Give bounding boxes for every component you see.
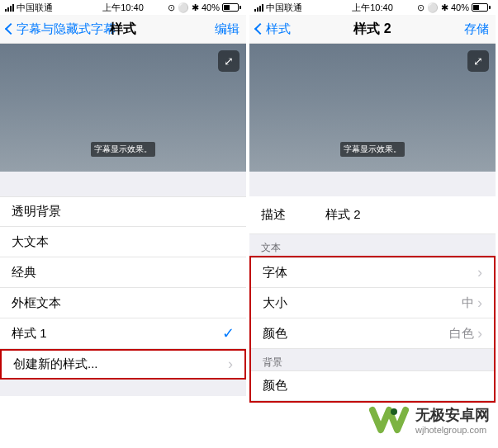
spacer [249,172,496,196]
signal-icon [5,4,14,12]
caption-sample: 字幕显示效果。 [91,142,155,157]
watermark-title: 无极安卓网 [415,405,490,425]
chevron-left-icon [5,23,17,35]
chevron-right-icon: › [477,264,482,281]
status-bar: 中国联通 上午10:40 ⊙ ⚪ ✱ 40% [0,0,246,15]
chevron-left-icon [254,23,266,35]
style-row-outline[interactable]: 外框文本 [0,288,246,318]
rotation-lock-icon: ✱ [192,2,199,13]
caption-preview: ⤢ 字幕显示效果。 [0,44,246,172]
watermark-url: wjhotelgroup.com [415,425,490,435]
alarm-icon: ⊙ [168,2,175,13]
expand-button[interactable]: ⤢ [218,50,240,72]
screen-style-detail: 中国联通 上午10:40 ⊙ ⚪ ✱ 40% 样式 样式 2 存储 ⤢ 字幕显示… [249,0,496,403]
carrier-label: 中国联通 [266,2,302,14]
expand-icon: ⤢ [224,54,234,68]
back-button[interactable]: 样式 [256,21,291,37]
save-button[interactable]: 存储 [464,21,489,37]
background-settings-group: 颜色 [249,370,496,403]
status-time: 上午10:40 [102,2,144,14]
edit-button[interactable]: 编辑 [215,21,240,37]
style-list: 透明背景 大文本 经典 外框文本 样式 1✓ 创建新的样式...› [0,196,246,380]
style-row-transparent[interactable]: 透明背景 [0,196,246,227]
chevron-right-icon: › [228,356,233,373]
bluetooth-icon: ⚪ [427,2,439,13]
section-header-text: 文本 [249,234,496,256]
nav-title: 样式 [110,21,136,38]
caption-preview: ⤢ 字幕显示效果。 [249,44,496,172]
checkmark-icon: ✓ [222,324,235,342]
create-new-style-row[interactable]: 创建新的样式...› [0,349,246,380]
battery-icon [222,3,241,12]
battery-pct: 40% [451,2,469,12]
caption-sample: 字幕显示效果。 [340,142,405,157]
chevron-right-icon: › [477,295,482,312]
nav-bar: 样式 样式 2 存储 [249,15,496,44]
alarm-icon: ⊙ [417,2,424,13]
watermark: 无极安卓网 wjhotelgroup.com [369,400,490,440]
expand-icon: ⤢ [473,54,483,68]
style-row-large-text[interactable]: 大文本 [0,227,246,257]
size-row[interactable]: 大小中› [251,288,494,318]
screen-styles-list: 中国联通 上午10:40 ⊙ ⚪ ✱ 40% 字幕与隐藏式字幕 样式 编辑 ⤢ … [0,0,246,403]
bg-color-row[interactable]: 颜色 [251,370,494,401]
text-settings-group: 字体› 大小中› 颜色白色› [249,256,496,349]
spacer [0,172,246,196]
style-row-classic[interactable]: 经典 [0,257,246,288]
back-label: 样式 [266,21,291,37]
signal-icon [254,4,263,12]
bluetooth-icon: ⚪ [178,2,189,13]
status-time: 上午10:40 [352,2,393,14]
nav-title: 样式 2 [353,21,391,38]
watermark-logo-icon [369,400,409,440]
battery-pct: 40% [202,2,220,12]
text-color-row[interactable]: 颜色白色› [251,318,494,349]
style-row-style1[interactable]: 样式 1✓ [0,318,246,349]
carrier-label: 中国联通 [17,2,53,14]
back-label: 字幕与隐藏式字幕 [17,21,116,37]
nav-bar: 字幕与隐藏式字幕 样式 编辑 [0,15,246,44]
status-bar: 中国联通 上午10:40 ⊙ ⚪ ✱ 40% [249,0,496,15]
back-button[interactable]: 字幕与隐藏式字幕 [7,21,116,37]
expand-button[interactable]: ⤢ [467,50,489,72]
section-header-background: 背景 [249,349,496,370]
chevron-right-icon: › [477,325,482,342]
font-row[interactable]: 字体› [251,257,494,288]
svg-point-0 [391,408,397,415]
rotation-lock-icon: ✱ [441,2,448,13]
description-label: 描述 [261,207,286,223]
description-value: 样式 2 [325,207,361,223]
description-row[interactable]: 描述 样式 2 [249,196,496,234]
battery-icon [472,3,491,12]
